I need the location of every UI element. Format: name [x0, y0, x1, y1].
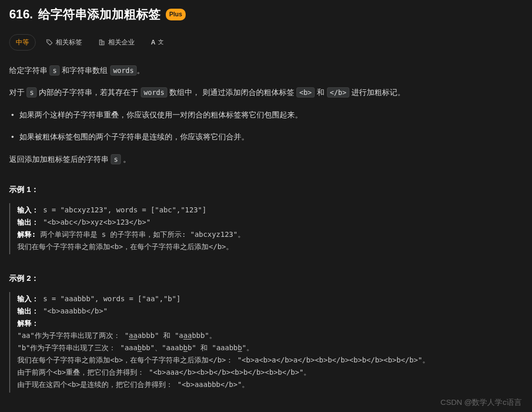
output-value: "<b>aaabbb</b>"	[39, 307, 108, 315]
explain-text: 由于前两个<b>重叠，把它们合并得到： "<b>aaa</b><b>b</b><…	[17, 367, 523, 378]
meta-row: 中等 相关标签 相关企业 A文	[9, 34, 523, 51]
related-companies-label: 相关企业	[108, 37, 135, 48]
input-value: s = "abcxyz123", words = ["abc","123"]	[39, 206, 207, 214]
output-value: "<b>abc</b>xyz<b>123</b>"	[39, 218, 150, 226]
input-value: s = "aaabbb", words = ["aa","b"]	[39, 295, 181, 303]
difficulty-pill[interactable]: 中等	[9, 34, 36, 51]
explain-text: "b"作为子字符串出现了三次： "aaabbb"、"aaabbb" 和 "aaa…	[17, 342, 523, 354]
example-1-title: 示例 1：	[9, 183, 523, 196]
desc-bullets: 如果两个这样的子字符串重叠，你应该仅使用一对闭合的粗体标签将它们包围起来。 如果…	[9, 108, 523, 143]
explain-text: 由于现在这四个<b>是连续的，把它们合并得到： "<b>aaabbb</b>"。	[17, 379, 523, 391]
building-icon	[98, 39, 106, 46]
example-2-title: 示例 2：	[9, 272, 523, 285]
example-1-block: 输入： s = "abcxyz123", words = ["abc","123…	[9, 203, 523, 254]
explain-label: 解释：	[17, 319, 39, 327]
related-tags-label: 相关标签	[56, 37, 82, 48]
desc-para-1: 给定字符串 s 和字符串数组 words。	[9, 64, 523, 77]
translate-pill[interactable]: A文	[145, 35, 170, 50]
watermark: CSDN @数学人学c语言	[441, 396, 522, 409]
title-row: 616. 给字符串添加加粗标签 Plus	[9, 4, 523, 25]
input-label: 输入：	[17, 206, 39, 214]
tag-icon	[46, 39, 53, 46]
svg-rect-1	[99, 40, 102, 45]
output-label: 输出：	[17, 307, 39, 315]
related-companies-pill[interactable]: 相关企业	[92, 35, 141, 50]
desc-para-2: 对于 s 内部的子字符串，若其存在于 words 数组中， 则通过添加闭合的粗体…	[9, 86, 523, 99]
bullet-item: 如果被粗体标签包围的两个子字符串是连续的，你应该将它们合并。	[9, 130, 523, 143]
explain-text: 两个单词字符串是 s 的子字符串，如下所示: "abcxyz123"。	[36, 230, 244, 238]
plus-badge: Plus	[166, 9, 186, 20]
input-label: 输入：	[17, 295, 39, 303]
related-tags-pill[interactable]: 相关标签	[40, 35, 88, 50]
code-s: s	[49, 65, 60, 76]
explain-text: 我们在每个子字符串之前添加<b>，在每个子字符串之后添加</b>。	[17, 241, 523, 253]
bullet-item: 如果两个这样的子字符串重叠，你应该仅使用一对闭合的粗体标签将它们包围起来。	[9, 108, 523, 122]
svg-point-0	[48, 40, 49, 41]
problem-title: 给字符串添加加粗标签	[38, 4, 161, 25]
output-label: 输出：	[17, 218, 39, 226]
code-b-open: <b>	[296, 87, 315, 98]
desc-para-3: 返回添加加粗标签后的字符串 s 。	[9, 153, 523, 166]
example-2-block: 输入： s = "aaabbb", words = ["aa","b"] 输出：…	[9, 292, 523, 393]
code-b-close: </b>	[327, 87, 350, 98]
explain-label: 解释:	[17, 230, 36, 238]
explain-text: 我们在每个子字符串之前添加<b>，在每个子字符串之后添加</b>： "<b>a<…	[17, 354, 523, 366]
code-words: words	[110, 65, 137, 76]
code-s: s	[111, 154, 121, 164]
code-s: s	[27, 87, 37, 98]
code-words: words	[141, 87, 168, 98]
problem-number: 616.	[9, 4, 33, 25]
explain-text: "aa"作为子字符串出现了两次： "aaabbb" 和 "aaabbb"。	[17, 330, 523, 342]
